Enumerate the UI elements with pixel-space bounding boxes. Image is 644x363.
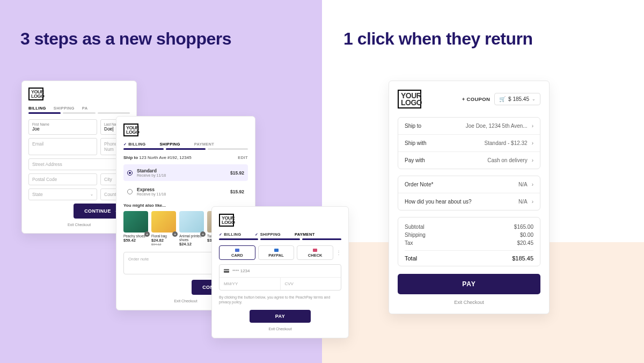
check-icon: ✓: [123, 142, 127, 147]
card-number-field[interactable]: **** 1234: [219, 265, 341, 278]
heading-left: 3 steps as a new shoppers: [20, 29, 231, 49]
add-icon[interactable]: +: [172, 231, 178, 237]
product-item[interactable]: +Floral bag$24.82$34.12: [151, 211, 176, 246]
cart-icon: 🛒: [499, 96, 506, 102]
tab-payment[interactable]: PAYMENT: [295, 232, 315, 237]
edit-address-link[interactable]: EDIT: [238, 155, 248, 160]
checkout-tabs: ✓BILLING ✓SHIPPING PAYMENT: [219, 232, 341, 237]
card-cvv-field[interactable]: CVV: [281, 278, 341, 290]
product-item[interactable]: +Animal printed shoes$24.12: [179, 211, 204, 246]
product-item[interactable]: +Peachy shoes$59.42: [123, 211, 148, 246]
state-select[interactable]: State⌄: [28, 188, 97, 200]
add-icon[interactable]: +: [144, 231, 150, 237]
exit-checkout-link[interactable]: Exit Checkout: [219, 327, 341, 331]
check-icon: ✓: [255, 233, 258, 237]
more-methods-icon[interactable]: ⋮: [336, 245, 341, 260]
card-expiry-field[interactable]: MM/YY: [219, 278, 281, 290]
store-logo: YOURLOGO: [123, 124, 138, 136]
tab-billing[interactable]: ✓BILLING: [123, 142, 145, 147]
payment-method-check[interactable]: CHECK: [297, 245, 333, 260]
street-field[interactable]: Street Address: [28, 158, 117, 170]
tab-billing[interactable]: BILLING: [28, 106, 46, 111]
payment-method-paypal[interactable]: PAYPAL: [258, 245, 295, 260]
card-icon: [224, 269, 229, 273]
how-hear-row[interactable]: How did you hear about us?N/A›: [398, 193, 540, 210]
radio-on-icon: [127, 170, 133, 176]
cart-total-button[interactable]: 🛒$ 185.45⌄: [494, 93, 540, 105]
first-name-field[interactable]: First NameJoe: [28, 119, 97, 135]
pay-with-row[interactable]: Pay withCash on delivery›: [398, 152, 540, 169]
ship-with-row[interactable]: Ship withStandard - $12.32›: [398, 135, 540, 152]
add-icon[interactable]: +: [200, 231, 206, 237]
chevron-right-icon: ›: [532, 123, 533, 129]
tab-billing[interactable]: ✓BILLING: [219, 232, 241, 237]
chevron-right-icon: ›: [532, 140, 533, 146]
chevron-down-icon: ⌄: [532, 97, 536, 101]
checkout-payment-card: YOURLOGO ✓BILLING ✓SHIPPING PAYMENT CARD…: [211, 206, 349, 338]
card-details: **** 1234 MM/YYCVV: [219, 264, 341, 291]
order-totals: Subtotal$165.00 Shipping$0.00 Tax$20.45 …: [398, 217, 540, 266]
exit-checkout-link[interactable]: Exit Checkout: [28, 223, 130, 227]
chevron-right-icon: ›: [532, 182, 533, 187]
tab-payment[interactable]: PA: [82, 106, 88, 111]
shipping-option-express[interactable]: ExpressReceive by 11/18 $15.92: [123, 183, 248, 200]
heading-right: 1 click when they return: [343, 29, 533, 49]
shipping-option-standard[interactable]: StandardReceive by 11/18 $15.92: [123, 164, 248, 181]
store-logo: YOURLOGO: [219, 214, 234, 227]
chevron-right-icon: ›: [532, 199, 533, 205]
tab-payment[interactable]: PAYMENT: [194, 142, 215, 147]
radio-off-icon: [127, 189, 133, 194]
chevron-down-icon: ⌄: [90, 192, 93, 197]
checkout-tabs: BILLING SHIPPING PA: [28, 106, 130, 111]
tab-shipping[interactable]: SHIPPING: [159, 142, 180, 147]
order-note-row[interactable]: Order Note*N/A›: [398, 176, 540, 193]
store-logo: YOURLOGO: [398, 90, 421, 108]
exit-checkout-link[interactable]: Exit Checkout: [398, 300, 540, 305]
terms-disclaimer: By clicking the button below, you agree …: [219, 295, 341, 304]
email-field[interactable]: Email: [28, 138, 97, 155]
check-icon: ✓: [219, 233, 222, 237]
pay-button[interactable]: PAY: [250, 310, 311, 323]
tab-shipping[interactable]: SHIPPING: [54, 106, 75, 111]
returning-checkout-card: YOURLOGO + COUPON 🛒$ 185.45⌄ Ship toJoe …: [389, 81, 550, 314]
store-logo: YOURLOGO: [28, 88, 43, 100]
pay-button[interactable]: PAY: [398, 274, 540, 294]
postal-field[interactable]: Postal Code: [28, 173, 97, 185]
chevron-right-icon: ›: [532, 157, 533, 163]
ship-to-row[interactable]: Ship toJoe Doe, 1234 5th Aven...›: [398, 118, 540, 135]
checkout-tabs: ✓BILLING SHIPPING PAYMENT: [123, 142, 248, 147]
tab-shipping[interactable]: ✓SHIPPING: [255, 232, 281, 237]
payment-method-card[interactable]: CARD: [219, 245, 255, 260]
add-coupon-link[interactable]: + COUPON: [462, 96, 490, 102]
